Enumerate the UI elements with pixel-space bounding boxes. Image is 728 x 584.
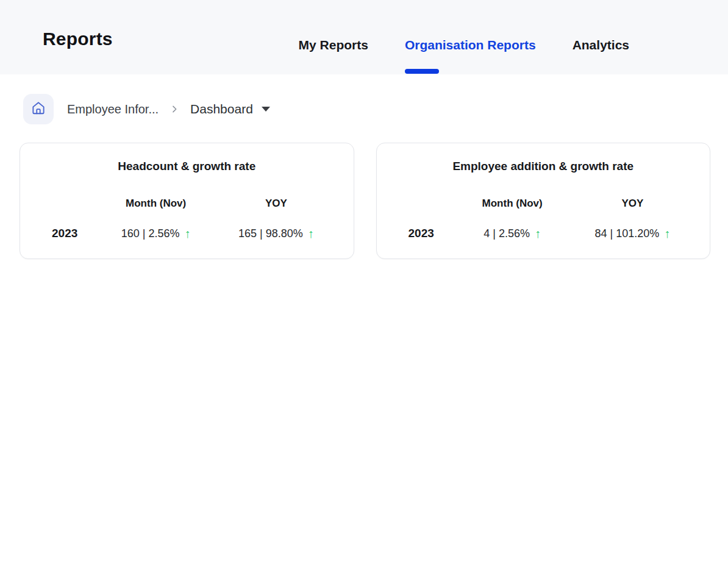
tab-analytics[interactable]: Analytics [573, 37, 629, 54]
value-month-text: 4 | 2.56% [484, 226, 530, 241]
breadcrumb-item-dashboard[interactable]: Dashboard [190, 102, 270, 116]
card-table: Month (Nov) YOY 2023 160 | 2.56% ↑ 165 |… [37, 197, 337, 241]
breadcrumb-dashboard-label: Dashboard [190, 102, 253, 116]
breadcrumb-home-button[interactable] [23, 94, 54, 124]
column-header-month: Month (Nov) [96, 197, 216, 210]
active-tab-underline [405, 69, 439, 74]
cards-row: Headcount & growth rate Month (Nov) YOY … [0, 143, 728, 259]
tab-my-reports[interactable]: My Reports [299, 37, 368, 54]
main-tabs: My Reports Organisation Reports Analytic… [299, 37, 629, 54]
home-icon [30, 100, 46, 118]
trend-up-icon: ↑ [535, 227, 541, 240]
tab-organisation-reports[interactable]: Organisation Reports [405, 37, 536, 54]
reports-page: Reports My Reports Organisation Reports … [0, 0, 728, 584]
value-yoy: 165 | 98.80% ↑ [216, 226, 336, 241]
column-header-yoy: YOY [216, 197, 336, 210]
row-year-label: 2023 [37, 227, 96, 240]
card-table: Month (Nov) YOY 2023 4 | 2.56% ↑ 84 | 10… [394, 197, 693, 241]
card-employee-addition-growth[interactable]: Employee addition & growth rate Month (N… [376, 143, 711, 259]
value-month-text: 160 | 2.56% [121, 226, 180, 241]
column-header-yoy: YOY [573, 197, 693, 210]
value-month: 4 | 2.56% ↑ [452, 226, 573, 241]
card-title: Headcount & growth rate [37, 159, 337, 174]
trend-up-icon: ↑ [664, 227, 670, 240]
chevron-right-icon [170, 104, 179, 114]
tab-organisation-reports-label: Organisation Reports [405, 38, 536, 52]
value-yoy: 84 | 101.20% ↑ [573, 226, 693, 241]
row-year-label: 2023 [394, 227, 452, 240]
value-yoy-text: 165 | 98.80% [238, 226, 303, 241]
page-title: Reports [43, 27, 113, 51]
page-header: Reports My Reports Organisation Reports … [0, 0, 728, 74]
column-header-month: Month (Nov) [452, 197, 573, 210]
trend-up-icon: ↑ [185, 227, 191, 240]
card-headcount-growth[interactable]: Headcount & growth rate Month (Nov) YOY … [20, 143, 354, 259]
card-title: Employee addition & growth rate [394, 159, 693, 174]
value-month: 160 | 2.56% ↑ [96, 226, 216, 241]
value-yoy-text: 84 | 101.20% [594, 226, 659, 241]
breadcrumb-item-employee-information[interactable]: Employee Infor... [67, 102, 159, 116]
breadcrumb: Employee Infor... Dashboard [0, 94, 728, 124]
caret-down-icon [262, 107, 270, 112]
trend-up-icon: ↑ [308, 227, 314, 240]
